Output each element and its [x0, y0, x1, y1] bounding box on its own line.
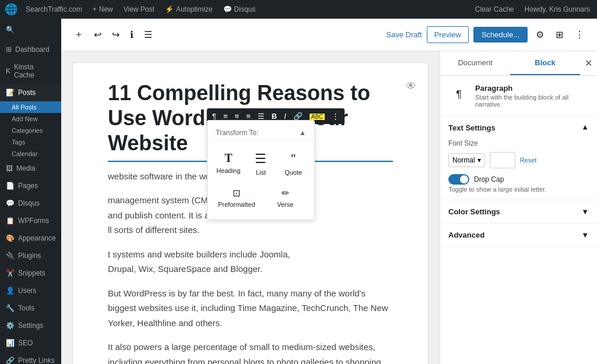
sidebar-logo: 🔍 — [0, 19, 61, 41]
sidebar-item-snippets[interactable]: ✂️ Snippets — [0, 264, 61, 282]
right-panel: Document Block ✕ ¶ Paragraph Start with … — [440, 51, 597, 364]
autoptimize-icon: ⚡ — [165, 5, 174, 13]
info-button[interactable]: ℹ — [127, 26, 137, 44]
post-toolbar: ＋ ↩ ↪ ℹ ☰ Save Draft Preview Schedule...… — [61, 19, 597, 51]
list-view-button[interactable]: ☰ — [141, 26, 156, 44]
sidebar-item-appearance[interactable]: 🎨 Appearance — [0, 229, 61, 247]
sidebar-item-settings[interactable]: ⚙️ Settings — [0, 317, 61, 334]
main-layout: 🔍 ⊞ Dashboard K Kinsta Cache 📝 Posts All… — [0, 19, 597, 364]
admin-bar-left: 🌐 SearchTraffic.com + New View Post ⚡ Au… — [5, 3, 466, 16]
tools-icon: 🔧 — [6, 304, 15, 312]
toggle-knob — [460, 175, 468, 183]
sidebar-item-wpforms[interactable]: 📋 WPForms — [0, 212, 61, 229]
panel-tabs: Document Block ✕ — [440, 51, 597, 76]
heading-icon: T — [224, 151, 232, 165]
users-icon: 👤 — [6, 287, 15, 295]
posts-icon: 📝 — [6, 89, 15, 97]
redo-button[interactable]: ↪ — [108, 26, 123, 44]
more-options-button[interactable]: ⋮ — [571, 26, 588, 44]
transform-options-row2: ⊡ Preformatted ✏ Verse — [208, 183, 314, 215]
block-editor-icon-button[interactable]: ⊞ — [552, 26, 567, 44]
font-size-custom-input[interactable] — [490, 152, 515, 168]
text-settings-label: Text Settings — [448, 123, 496, 132]
preformatted-icon: ⊡ — [233, 188, 240, 199]
drop-cap-label: Drop Cap — [474, 175, 504, 183]
sidebar-item-users[interactable]: 👤 Users — [0, 282, 61, 299]
sidebar-item-posts[interactable]: 📝 Posts — [0, 84, 61, 101]
font-size-select[interactable]: Normal ▾ — [448, 153, 485, 167]
gear-icon-button[interactable]: ⚙ — [532, 26, 547, 44]
visibility-icon[interactable]: 👁 — [406, 80, 416, 93]
view-post-item[interactable]: View Post — [121, 5, 157, 13]
undo-button[interactable]: ↩ — [90, 26, 105, 44]
sidebar-item-pages[interactable]: 📄 Pages — [0, 177, 61, 195]
clear-cache-btn[interactable]: Clear Cache — [473, 5, 517, 13]
sidebar-item-media[interactable]: 🖼 Media — [0, 160, 61, 177]
transform-chevron-up-icon: ▲ — [299, 129, 306, 137]
font-size-reset-button[interactable]: Reset — [520, 157, 537, 164]
transform-list[interactable]: ☰ List — [245, 147, 278, 181]
sidebar-subitem-add-new[interactable]: Add New — [0, 113, 61, 125]
sidebar-item-tools[interactable]: 🔧 Tools — [0, 299, 61, 317]
panel-block-info: ¶ Paragraph Start with the building bloc… — [440, 76, 597, 116]
sidebar-subitem-tags[interactable]: Tags — [0, 136, 61, 148]
transform-dropdown: Transform To: ▲ T Heading ☰ List — [207, 120, 315, 220]
transform-quote[interactable]: " Quote — [277, 147, 310, 181]
transform-preformatted[interactable]: ⊡ Preformatted — [212, 183, 261, 213]
tab-document[interactable]: Document — [440, 51, 510, 75]
color-settings-header[interactable]: Color Settings ▼ — [440, 200, 597, 223]
preview-button[interactable]: Preview — [427, 26, 469, 43]
settings-icon: ⚙️ — [6, 321, 15, 330]
advanced-header[interactable]: Advanced ▼ — [440, 224, 597, 246]
editor-wrapper: 👁 ¶ ≡ ≡ ≡ ☰ B I 🔗 ABC ⋮ — [61, 51, 597, 364]
toolbar-left: ＋ ↩ ↪ ℹ ☰ — [71, 25, 156, 44]
text-settings-header[interactable]: Text Settings ▼ — [440, 116, 597, 139]
transform-options: T Heading ☰ List " Quote — [208, 144, 314, 183]
drop-cap-toggle[interactable] — [448, 174, 469, 185]
paragraph-block-icon: ¶ — [448, 84, 469, 105]
sidebar-item-plugins[interactable]: 🔌 Plugins — [0, 247, 61, 264]
sidebar-subitem-calendar[interactable]: Calendar — [0, 148, 61, 160]
pretty-links-icon: 🔗 — [6, 356, 15, 364]
color-settings-label: Color Settings — [448, 207, 500, 216]
close-panel-button[interactable]: ✕ — [580, 53, 597, 73]
content-area: ＋ ↩ ↪ ℹ ☰ Save Draft Preview Schedule...… — [61, 19, 597, 364]
kinsta-icon: K — [6, 67, 10, 75]
plugins-icon: 🔌 — [6, 252, 15, 260]
editor-main: 👁 ¶ ≡ ≡ ≡ ☰ B I 🔗 ABC ⋮ — [61, 51, 440, 364]
quote-icon: " — [291, 151, 296, 167]
new-item[interactable]: + New — [90, 5, 115, 13]
text-settings-section: Text Settings ▼ Font Size Normal ▾ Reset — [440, 116, 597, 200]
advanced-section: Advanced ▼ — [440, 224, 597, 247]
admin-bar: 🌐 SearchTraffic.com + New View Post ⚡ Au… — [0, 0, 597, 19]
sidebar-subitem-all-posts[interactable]: All Posts — [0, 101, 61, 113]
transform-header: Transform To: ▲ — [208, 125, 314, 141]
sidebar-item-seo[interactable]: 📊 SEO — [0, 334, 61, 352]
drop-cap-hint: Toggle to show a large initial letter. — [448, 186, 589, 193]
dashboard-icon: ⊞ — [6, 45, 12, 54]
add-block-button[interactable]: ＋ — [71, 25, 87, 44]
editor-content[interactable]: 👁 ¶ ≡ ≡ ≡ ☰ B I 🔗 ABC ⋮ — [73, 63, 428, 364]
schedule-button[interactable]: Schedule... — [473, 27, 528, 43]
transform-verse[interactable]: ✏ Verse — [261, 183, 310, 213]
howdy-user[interactable]: Howdy, Kris Gunnars — [522, 5, 592, 13]
drop-cap-row: Drop Cap — [448, 174, 589, 185]
tab-block[interactable]: Block — [510, 51, 580, 75]
body-para-3: t systems and website builders include J… — [108, 247, 393, 277]
sidebar-item-pretty-links[interactable]: 🔗 Pretty Links — [0, 352, 61, 364]
sidebar-subitem-categories[interactable]: Categories — [0, 125, 61, 136]
site-name[interactable]: SearchTraffic.com — [23, 5, 85, 13]
transform-heading[interactable]: T Heading — [212, 147, 245, 181]
disqus-item[interactable]: 💬 Disqus — [221, 5, 258, 13]
wpforms-icon: 📋 — [6, 217, 15, 225]
block-name: Paragraph — [475, 84, 589, 93]
autoptimize-item[interactable]: ⚡ Autoptimize — [163, 5, 215, 13]
block-more-button[interactable]: ⋮ — [329, 109, 342, 123]
verse-icon: ✏ — [282, 188, 289, 199]
sidebar-item-dashboard[interactable]: ⊞ Dashboard — [0, 41, 61, 58]
font-size-chevron-icon: ▾ — [477, 156, 481, 164]
sidebar-item-disqus[interactable]: 💬 Disqus — [0, 195, 61, 212]
sidebar-item-kinsta[interactable]: K Kinsta Cache — [0, 58, 61, 84]
seo-icon: 📊 — [6, 339, 15, 347]
save-draft-button[interactable]: Save Draft — [386, 30, 422, 39]
